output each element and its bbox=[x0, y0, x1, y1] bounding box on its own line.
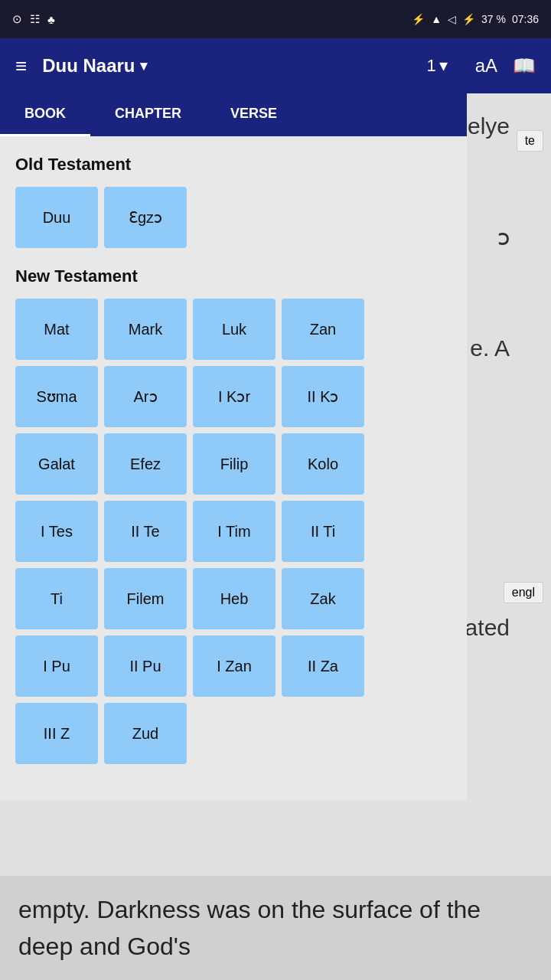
book-suma[interactable]: Sʊma bbox=[15, 366, 98, 427]
book-mark[interactable]: Mark bbox=[104, 299, 187, 360]
book-iKor[interactable]: I Kɔr bbox=[193, 366, 276, 427]
battery-percent: 37 % bbox=[481, 13, 506, 25]
chapter-selector[interactable]: 1 ▾ bbox=[426, 56, 447, 76]
time: 07:36 bbox=[512, 13, 539, 25]
font-size-icon[interactable]: aA bbox=[475, 55, 497, 77]
app-icon-2: ☷ bbox=[30, 12, 40, 26]
book-icon[interactable]: 📖 bbox=[513, 55, 536, 77]
panel-content: Old Testament Duu Ɛgzɔ New Testament Mat… bbox=[0, 136, 467, 801]
app-icon-3: ♣ bbox=[47, 13, 55, 26]
engl-text: engl bbox=[512, 586, 535, 599]
title-text: Duu Naaru bbox=[42, 55, 135, 77]
chapter-number: 1 bbox=[426, 56, 435, 76]
book-iiZa[interactable]: II Za bbox=[282, 635, 364, 697]
te-text: te bbox=[525, 134, 535, 147]
book-iiTi[interactable]: II Ti bbox=[282, 501, 364, 562]
book-heb[interactable]: Heb bbox=[193, 568, 276, 629]
book-galat[interactable]: Galat bbox=[15, 433, 98, 495]
book-kolo[interactable]: Kolo bbox=[282, 433, 364, 495]
book-iTes[interactable]: I Tes bbox=[15, 501, 98, 562]
status-bar: ⊙ ☷ ♣ ⚡ ▲ ◁ ⚡ 37 % 07:36 bbox=[0, 0, 551, 38]
wifi-icon: ▲ bbox=[431, 13, 442, 25]
new-testament-books: Mat Mark Luk Zan Sʊma Arɔ I Kɔr II Kɔ Ga… bbox=[15, 299, 452, 764]
book-filip[interactable]: Filip bbox=[193, 433, 276, 495]
app-bar-action-icons: aA 📖 bbox=[475, 55, 536, 77]
navigation-tabs: BOOK CHAPTER VERSE bbox=[0, 93, 467, 136]
battery-icon: ⚡ bbox=[462, 13, 475, 25]
book-selection-panel: BOOK CHAPTER VERSE Old Testament Duu Ɛgz… bbox=[0, 93, 467, 801]
new-testament-title: New Testament bbox=[15, 266, 452, 286]
tab-verse[interactable]: VERSE bbox=[206, 93, 302, 136]
book-iTim[interactable]: I Tim bbox=[193, 501, 276, 562]
book-iiPu[interactable]: II Pu bbox=[104, 635, 187, 697]
book-egzo[interactable]: Ɛgzɔ bbox=[104, 187, 187, 248]
book-luk[interactable]: Luk bbox=[193, 299, 276, 360]
book-efez[interactable]: Efez bbox=[104, 433, 187, 495]
book-iZan[interactable]: I Zan bbox=[193, 635, 276, 697]
old-testament-books: Duu Ɛgzɔ bbox=[15, 187, 452, 248]
app-bar: ≡ Duu Naaru ▾ 1 ▾ aA 📖 bbox=[0, 38, 551, 93]
book-iiKo[interactable]: II Kɔ bbox=[282, 366, 364, 427]
book-filem[interactable]: Filem bbox=[104, 568, 187, 629]
float-te-label: te bbox=[517, 130, 543, 152]
tab-chapter[interactable]: CHAPTER bbox=[90, 93, 206, 136]
book-zud[interactable]: Zud bbox=[104, 703, 187, 764]
chapter-dropdown-arrow[interactable]: ▾ bbox=[439, 56, 448, 76]
bottom-scripture-text: empty. Darkness was on the surface of th… bbox=[0, 876, 551, 980]
book-ti[interactable]: Ti bbox=[15, 568, 98, 629]
app-title[interactable]: Duu Naaru ▾ bbox=[42, 55, 411, 77]
status-left-icons: ⊙ ☷ ♣ bbox=[12, 12, 55, 26]
menu-icon[interactable]: ≡ bbox=[15, 54, 27, 78]
book-iiiZ[interactable]: III Z bbox=[15, 703, 98, 764]
signal-icon: ◁ bbox=[448, 13, 456, 25]
bottom-text-content: empty. Darkness was on the surface of th… bbox=[18, 896, 481, 960]
book-iiTe[interactable]: II Te bbox=[104, 501, 187, 562]
status-right-icons: ⚡ ▲ ◁ ⚡ 37 % 07:36 bbox=[412, 13, 539, 25]
float-engl-label: engl bbox=[504, 582, 543, 603]
old-testament-title: Old Testament bbox=[15, 155, 452, 175]
book-duu[interactable]: Duu bbox=[15, 187, 98, 248]
book-iPu[interactable]: I Pu bbox=[15, 635, 98, 697]
bluetooth-icon: ⚡ bbox=[412, 13, 425, 25]
book-mat[interactable]: Mat bbox=[15, 299, 98, 360]
title-dropdown-arrow[interactable]: ▾ bbox=[140, 57, 147, 74]
book-zan[interactable]: Zan bbox=[282, 299, 364, 360]
app-icon-1: ⊙ bbox=[12, 12, 22, 26]
book-aro[interactable]: Arɔ bbox=[104, 366, 187, 427]
tab-book[interactable]: BOOK bbox=[0, 93, 90, 136]
book-zak[interactable]: Zak bbox=[282, 568, 364, 629]
